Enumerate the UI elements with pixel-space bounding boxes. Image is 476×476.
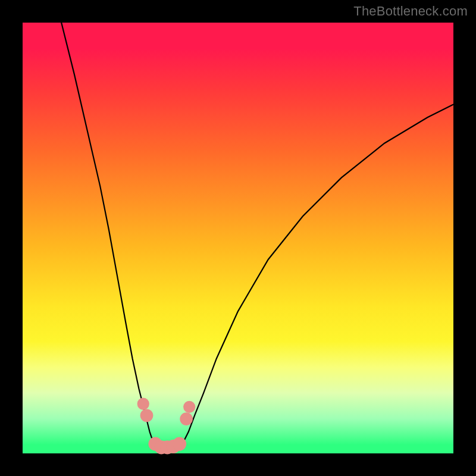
plot-area — [23, 23, 453, 453]
marker-dot-0 — [137, 398, 149, 410]
marker-dot-8 — [183, 401, 195, 413]
chart-frame: TheBottleneck.com — [0, 0, 476, 476]
series-left-curve — [61, 23, 154, 445]
marker-dot-7 — [180, 412, 193, 425]
marker-dot-1 — [140, 409, 154, 422]
curve-layer — [23, 23, 453, 453]
watermark-text: TheBottleneck.com — [353, 4, 468, 19]
curves-group — [61, 23, 453, 449]
markers-group — [137, 398, 196, 455]
series-right-curve — [182, 105, 453, 445]
marker-dot-6 — [173, 437, 186, 450]
